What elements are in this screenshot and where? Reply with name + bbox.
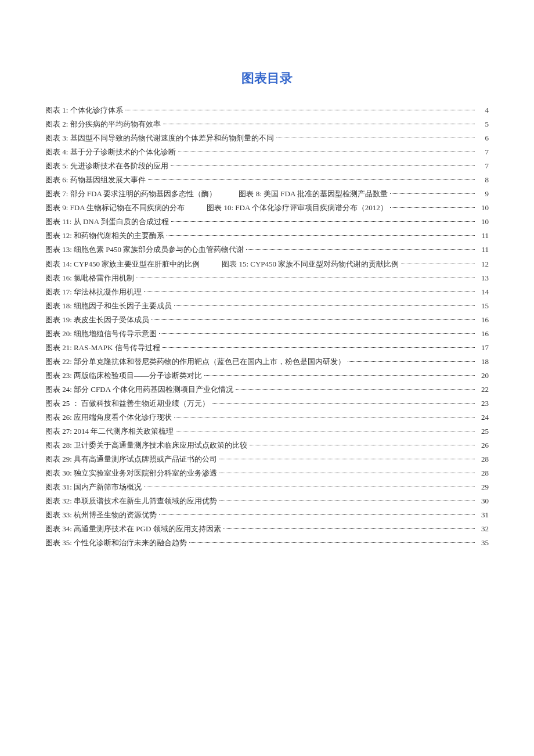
toc-page-number: 31 xyxy=(477,508,489,522)
toc-leader-dots xyxy=(246,249,475,250)
toc-page-number: 16 xyxy=(477,327,489,341)
toc-entry[interactable]: 图表 9: FDA 生物标记物在不同疾病的分布图表 10: FDA 个体化诊疗评… xyxy=(45,201,489,215)
toc-leader-dots xyxy=(148,179,475,180)
toc-entry[interactable]: 图表 20: 细胞增殖信号传导示意图16 xyxy=(45,327,489,341)
toc-second-label: 图表 10: FDA 个体化诊疗评审项目疾病谱分布（2012） xyxy=(207,201,388,215)
toc-leader-dots xyxy=(219,473,475,473)
toc-entry[interactable]: 图表 34: 高通量测序技术在 PGD 领域的应用支持因素32 xyxy=(45,522,489,536)
toc-entry[interactable]: 图表 32: 串联质谱技术在新生儿筛查领域的应用优势30 xyxy=(45,494,489,508)
toc-entry[interactable]: 图表 11: 从 DNA 到蛋白质的合成过程10 xyxy=(45,215,489,229)
toc-page-number: 28 xyxy=(477,466,489,480)
toc-page-number: 8 xyxy=(477,173,489,187)
toc-leader-dots xyxy=(159,514,475,515)
toc-label: 图表 28: 卫计委关于高通量测序技术临床应用试点政策的比较 xyxy=(45,438,247,452)
toc-entry[interactable]: 图表 26: 应用端角度看个体化诊疗现状24 xyxy=(45,411,489,424)
toc-leader-dots xyxy=(163,124,475,124)
toc-leader-dots xyxy=(223,528,475,529)
toc-label: 图表 34: 高通量测序技术在 PGD 领域的应用支持因素 xyxy=(45,522,221,536)
toc-label: 图表 17: 华法林抗凝作用机理 xyxy=(45,285,142,299)
toc-label: 图表 26: 应用端角度看个体化诊疗现状 xyxy=(45,411,172,424)
toc-label: 图表 14: CYP450 家族主要亚型在肝脏中的比例 xyxy=(45,257,200,271)
toc-entry[interactable]: 图表 22: 部分单克隆抗体和替尼类药物的作用靶点（蓝色已在国内上市，粉色是国内… xyxy=(45,355,489,369)
toc-leader-dots xyxy=(159,333,475,334)
toc-page-number: 26 xyxy=(477,438,489,452)
toc-entry[interactable]: 图表 33: 杭州博圣生物的资源优势31 xyxy=(45,508,489,522)
toc-entry[interactable]: 图表 23: 两版临床检验项目——分子诊断类对比20 xyxy=(45,369,489,383)
toc-label: 图表 3: 基因型不同导致的药物代谢速度的个体差异和药物剂量的不同 xyxy=(45,131,274,145)
toc-page-number: 4 xyxy=(477,103,489,117)
toc-entry[interactable]: 图表 28: 卫计委关于高通量测序技术临床应用试点政策的比较26 xyxy=(45,438,489,452)
toc-page-number: 20 xyxy=(477,369,489,383)
toc-leader-dots xyxy=(144,487,475,487)
toc-label: 图表 5: 先进诊断技术在各阶段的应用 xyxy=(45,159,168,173)
toc-leader-dots xyxy=(171,221,475,222)
toc-entry[interactable]: 图表 4: 基于分子诊断技术的个体化诊断7 xyxy=(45,145,489,159)
toc-entry[interactable]: 图表 27: 2014 年二代测序相关政策梳理25 xyxy=(45,424,489,438)
toc-entry[interactable]: 图表 5: 先进诊断技术在各阶段的应用7 xyxy=(45,159,489,173)
toc-leader-dots xyxy=(144,291,475,292)
toc-label: 图表 23: 两版临床检验项目——分子诊断类对比 xyxy=(45,369,202,383)
toc-label: 图表 12: 和药物代谢相关的主要酶系 xyxy=(45,229,164,243)
toc-entry[interactable]: 图表 31: 国内产新筛市场概况29 xyxy=(45,480,489,494)
toc-label: 图表 4: 基于分子诊断技术的个体化诊断 xyxy=(45,145,176,159)
toc-second-label: 图表 15: CYP450 家族不同亚型对药物代谢的贡献比例 xyxy=(222,257,399,271)
toc-label: 图表 20: 细胞增殖信号传导示意图 xyxy=(45,327,157,341)
toc-entry[interactable]: 图表 35: 个性化诊断和治疗未来的融合趋势35 xyxy=(45,536,489,550)
toc-label: 图表 7: 部分 FDA 要求注明的药物基因多态性（酶） xyxy=(45,187,217,201)
toc-page-number: 22 xyxy=(477,383,489,397)
toc-entry[interactable]: 图表 3: 基因型不同导致的药物代谢速度的个体差异和药物剂量的不同6 xyxy=(45,131,489,145)
toc-leader-dots xyxy=(390,193,475,194)
toc-leader-dots xyxy=(163,347,475,348)
toc-label: 图表 32: 串联质谱技术在新生儿筛查领域的应用优势 xyxy=(45,494,217,508)
toc-label: 图表 21: RAS-MAPK 信号传导过程 xyxy=(45,341,160,355)
toc-entry[interactable]: 图表 16: 氯吡格雷作用机制13 xyxy=(45,271,489,285)
toc-leader-dots xyxy=(390,207,475,208)
toc-label: 图表 30: 独立实验室业务对医院部分科室的业务渗透 xyxy=(45,466,217,480)
toc-label: 图表 27: 2014 年二代测序相关政策梳理 xyxy=(45,424,174,438)
toc-entry[interactable]: 图表 29: 具有高通量测序试点牌照或产品证书的公司28 xyxy=(45,452,489,466)
toc-entry[interactable]: 图表 2: 部分疾病的平均药物有效率5 xyxy=(45,117,489,131)
toc-page-number: 28 xyxy=(477,452,489,466)
toc-label: 图表 11: 从 DNA 到蛋白质的合成过程 xyxy=(45,215,169,229)
toc-entry[interactable]: 图表 17: 华法林抗凝作用机理14 xyxy=(45,285,489,299)
toc-list: 图表 1: 个体化诊疗体系4图表 2: 部分疾病的平均药物有效率5图表 3: 基… xyxy=(45,103,489,550)
toc-entry[interactable]: 图表 14: CYP450 家族主要亚型在肝脏中的比例图表 15: CYP450… xyxy=(45,257,489,271)
toc-page-number: 7 xyxy=(477,145,489,159)
toc-leader-dots xyxy=(250,445,475,445)
toc-leader-dots xyxy=(189,542,475,543)
toc-page-number: 32 xyxy=(477,522,489,536)
page-title: 图表目录 xyxy=(45,70,489,87)
toc-label: 图表 19: 表皮生长因子受体成员 xyxy=(45,313,149,327)
toc-page-number: 29 xyxy=(477,480,489,494)
toc-entry[interactable]: 图表 7: 部分 FDA 要求注明的药物基因多态性（酶）图表 8: 美国 FDA… xyxy=(45,187,489,201)
toc-page-number: 10 xyxy=(477,215,489,229)
toc-leader-dots xyxy=(167,235,475,236)
toc-leader-dots xyxy=(174,417,475,417)
toc-entry[interactable]: 图表 24: 部分 CFDA 个体化用药基因检测项目产业化情况22 xyxy=(45,383,489,397)
toc-leader-dots xyxy=(125,110,475,110)
toc-page-number: 11 xyxy=(477,229,489,243)
toc-entry[interactable]: 图表 19: 表皮生长因子受体成员16 xyxy=(45,313,489,327)
toc-entry[interactable]: 图表 18: 细胞因子和生长因子主要成员15 xyxy=(45,299,489,313)
toc-leader-dots xyxy=(136,278,475,278)
toc-label: 图表 35: 个性化诊断和治疗未来的融合趋势 xyxy=(45,536,187,550)
toc-leader-dots xyxy=(219,501,475,501)
toc-leader-dots xyxy=(236,389,475,390)
toc-page-number: 6 xyxy=(477,131,489,145)
toc-page-number: 5 xyxy=(477,117,489,131)
toc-leader-dots xyxy=(401,264,475,264)
toc-page-number: 12 xyxy=(477,257,489,271)
toc-label: 图表 22: 部分单克隆抗体和替尼类药物的作用靶点（蓝色已在国内上市，粉色是国内… xyxy=(45,355,345,369)
toc-entry[interactable]: 图表 6: 药物基因组发展大事件8 xyxy=(45,173,489,187)
toc-label: 图表 18: 细胞因子和生长因子主要成员 xyxy=(45,299,172,313)
toc-entry[interactable]: 图表 30: 独立实验室业务对医院部分科室的业务渗透28 xyxy=(45,466,489,480)
toc-entry[interactable]: 图表 21: RAS-MAPK 信号传导过程17 xyxy=(45,341,489,355)
toc-page-number: 24 xyxy=(477,411,489,424)
toc-label: 图表 9: FDA 生物标记物在不同疾病的分布 xyxy=(45,201,185,215)
toc-entry[interactable]: 图表 12: 和药物代谢相关的主要酶系11 xyxy=(45,229,489,243)
toc-entry[interactable]: 图表 13: 细胞色素 P450 家族部分成员参与的心血管药物代谢11 xyxy=(45,243,489,257)
toc-second-label: 图表 8: 美国 FDA 批准的基因型检测产品数量 xyxy=(239,187,387,201)
toc-leader-dots xyxy=(171,165,475,166)
toc-entry[interactable]: 图表 1: 个体化诊疗体系4 xyxy=(45,103,489,117)
toc-entry[interactable]: 图表 25 ： 百傲科技和益善生物近期业绩（万元）23 xyxy=(45,397,489,411)
